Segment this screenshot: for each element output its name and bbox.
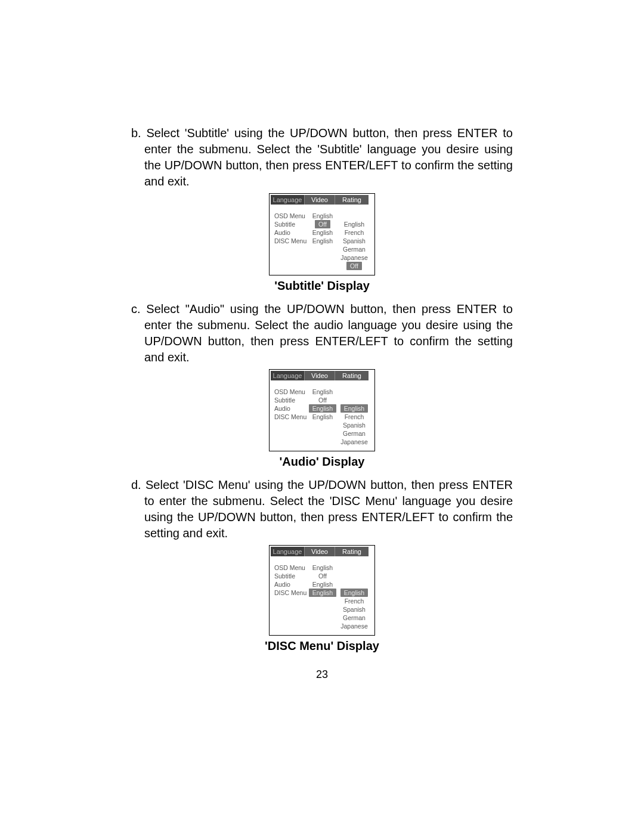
label-audio: Audio: [274, 580, 308, 589]
opt-japanese: Japanese: [338, 438, 371, 446]
subtitle-options: English French Spanish German Japanese O…: [338, 212, 371, 270]
tab-language: Language: [271, 371, 305, 380]
opt-japanese: Japanese: [338, 253, 371, 262]
opt-japanese: Japanese: [338, 622, 371, 630]
label-subtitle: Subtitle: [274, 396, 308, 404]
val-subtitle: Off: [308, 396, 338, 404]
val-audio: English: [308, 404, 338, 413]
val-audio: English: [308, 228, 338, 237]
manual-page: b. Select 'Subtitle' using the UP/DOWN b…: [0, 0, 644, 833]
paragraph-c: c. Select "Audio" using the UP/DOWN butt…: [131, 301, 513, 366]
tab-video: Video: [305, 547, 335, 556]
val-disc-menu: English: [308, 589, 338, 597]
opt-spanish: Spanish: [338, 605, 371, 614]
caption-disc: 'DISC Menu' Display: [131, 639, 513, 653]
opt-spanish: Spanish: [338, 237, 371, 245]
val-disc-menu: English: [308, 413, 338, 421]
opt-off: Off: [338, 262, 371, 270]
val-disc-menu: English: [308, 237, 338, 245]
val-subtitle: Off: [308, 572, 338, 580]
opt-english: English: [338, 589, 371, 597]
label-osd-menu: OSD Menu: [274, 212, 308, 220]
opt-french: French: [338, 597, 371, 605]
disc-osd: Language Video Rating OSD Menu Subtitle …: [269, 545, 375, 636]
tab-video: Video: [305, 195, 335, 205]
label-disc-menu: DISC Menu: [274, 413, 308, 421]
audio-options: English French Spanish German Japanese: [338, 388, 371, 446]
val-audio: English: [308, 580, 338, 589]
label-subtitle: Subtitle: [274, 572, 308, 580]
opt-german: German: [338, 614, 371, 622]
label-disc-menu: DISC Menu: [274, 237, 308, 245]
audio-osd: Language Video Rating OSD Menu Subtitle …: [269, 369, 375, 451]
opt-spanish: Spanish: [338, 421, 371, 429]
disc-options: English French Spanish German Japanese: [338, 563, 371, 630]
tab-language: Language: [271, 547, 305, 556]
opt-french: French: [338, 413, 371, 421]
label-audio: Audio: [274, 228, 308, 237]
tab-rating: Rating: [335, 195, 369, 205]
subtitle-osd: Language Video Rating OSD Menu Subtitle …: [269, 193, 375, 275]
opt-french: French: [338, 228, 371, 237]
paragraph-d: d. Select 'DISC Menu' using the UP/DOWN …: [131, 477, 513, 541]
tab-language: Language: [271, 195, 305, 205]
subtitle-values: English Off English English: [308, 212, 338, 270]
disc-labels: OSD Menu Subtitle Audio DISC Menu: [274, 563, 308, 630]
label-disc-menu: DISC Menu: [274, 589, 308, 597]
tab-video: Video: [305, 371, 335, 380]
subtitle-osd-figure: Language Video Rating OSD Menu Subtitle …: [131, 193, 513, 275]
label-subtitle: Subtitle: [274, 220, 308, 228]
opt-german: German: [338, 429, 371, 438]
opt-english: English: [338, 404, 371, 413]
val-osd-menu: English: [308, 388, 338, 396]
label-osd-menu: OSD Menu: [274, 563, 308, 572]
disc-values: English Off English English: [308, 563, 338, 630]
page-number: 23: [0, 668, 644, 681]
label-osd-menu: OSD Menu: [274, 388, 308, 396]
audio-labels: OSD Menu Subtitle Audio DISC Menu: [274, 388, 308, 446]
tab-rating: Rating: [335, 371, 369, 380]
paragraph-b: b. Select 'Subtitle' using the UP/DOWN b…: [131, 125, 513, 190]
tab-rating: Rating: [335, 547, 369, 556]
val-subtitle: Off: [308, 220, 338, 228]
caption-audio: 'Audio' Display: [131, 455, 513, 469]
label-audio: Audio: [274, 404, 308, 413]
subtitle-labels: OSD Menu Subtitle Audio DISC Menu: [274, 212, 308, 270]
caption-subtitle: 'Subtitle' Display: [131, 279, 513, 293]
opt-german: German: [338, 245, 371, 253]
disc-osd-figure: Language Video Rating OSD Menu Subtitle …: [131, 545, 513, 636]
audio-values: English Off English English: [308, 388, 338, 446]
val-osd-menu: English: [308, 212, 338, 220]
audio-osd-figure: Language Video Rating OSD Menu Subtitle …: [131, 369, 513, 451]
opt-english: English: [338, 220, 371, 228]
val-osd-menu: English: [308, 563, 338, 572]
